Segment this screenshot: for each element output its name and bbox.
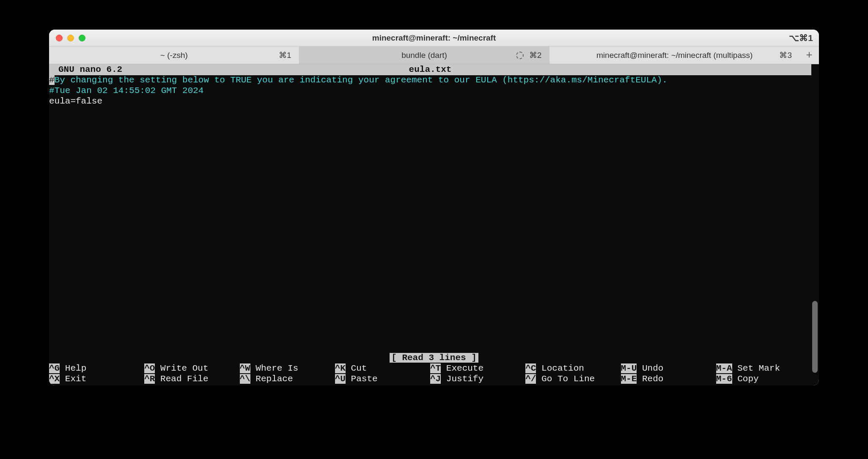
new-tab-button[interactable]: + [799,46,819,64]
sc-replace: ^\ Replace [240,374,335,385]
sc-setmark: M-A Set Mark [716,363,811,374]
sc-execute: ^T Execute [430,363,525,374]
nano-titlebar: GNU nano 6.2 eula.txt [49,64,811,75]
sc-paste: ^U Paste [335,374,430,385]
tab-minecraft[interactable]: minecraft@mineraft: ~/minecraft (multipa… [549,46,799,64]
spinner-icon [516,52,524,59]
window-title: minecraft@mineraft: ~/minecraft [49,33,819,43]
tab-label: ~ (-zsh) [160,51,188,60]
sc-cut: ^K Cut [335,363,430,374]
file-line-2: #Tue Jan 02 14:55:02 GMT 2024 [49,86,203,96]
sc-undo: M-U Undo [621,363,716,374]
status-text: [ Read 3 lines ] [390,353,478,363]
tab-label: bundle (dart) [401,51,447,60]
nano-buffer[interactable]: #By changing the setting below to TRUE y… [49,75,819,107]
nano-shortcuts: ^G Help ^O Write Out ^W Where Is ^K Cut … [49,363,811,385]
sc-writeout: ^O Write Out [144,363,239,374]
terminal-viewport[interactable]: GNU nano 6.2 eula.txt #By changing the s… [49,64,819,385]
titlebar[interactable]: minecraft@mineraft: ~/minecraft ⌥⌘1 [49,30,819,46]
sc-help: ^G Help [49,363,144,374]
tab-label: minecraft@mineraft: ~/minecraft (multipa… [596,51,753,60]
cursor: # [49,75,55,85]
tab-bundle[interactable]: bundle (dart) ⌘2 [299,46,550,64]
sc-redo: M-E Redo [621,374,716,385]
tab-shortcut: ⌘3 [779,50,792,60]
file-line-3: eula=false [49,96,102,106]
tab-zsh[interactable]: ~ (-zsh) ⌘1 [49,46,299,64]
sc-copy: M-6 Copy [716,374,811,385]
file-line-1: By changing the setting below to TRUE yo… [55,75,667,85]
sc-readfile: ^R Read File [144,374,239,385]
terminal-window: minecraft@mineraft: ~/minecraft ⌥⌘1 ~ (-… [49,30,819,385]
nano-status: [ Read 3 lines ] [49,353,819,363]
sc-exit: ^X Exit [49,374,144,385]
sc-location: ^C Location [525,363,621,374]
tab-shortcut: ⌘1 [279,50,291,60]
sc-justify: ^J Justify [430,374,525,385]
scrollbar[interactable] [812,301,818,373]
tab-bar: ~ (-zsh) ⌘1 bundle (dart) ⌘2 minecraft@m… [49,46,819,64]
sc-whereis: ^W Where Is [240,363,335,374]
nano-filename: eula.txt [49,65,811,75]
window-shortcut: ⌥⌘1 [789,33,813,43]
tab-shortcut: ⌘2 [529,50,542,60]
sc-gotoline: ^/ Go To Line [525,374,621,385]
